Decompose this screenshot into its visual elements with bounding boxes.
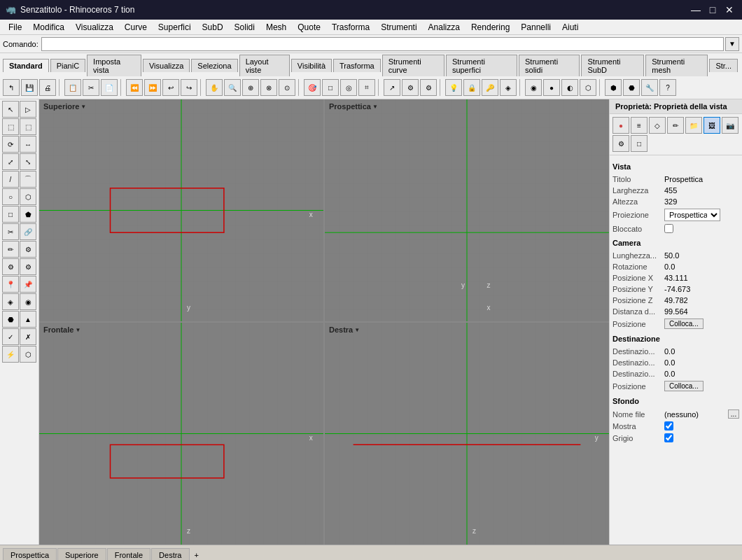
tab-item-7[interactable]: Trasforma (333, 59, 381, 72)
toolbar-btn-19[interactable]: ↗ (384, 79, 400, 96)
toolbar-btn-5[interactable]: 📄 (101, 79, 118, 96)
prop-dropdown-proiezione[interactable]: Prospettica (664, 209, 720, 221)
toolbar-btn-13[interactable]: ⊗ (260, 79, 277, 96)
menu-item-pannelli[interactable]: Pannelli (515, 20, 556, 35)
left-tool-btn-14-1[interactable]: ⬡ (20, 346, 36, 363)
left-tool-btn-6-1[interactable]: ⬟ (20, 206, 36, 223)
menu-item-mesh[interactable]: Mesh (260, 20, 292, 35)
viewport-frontale[interactable]: Frontale x z (39, 323, 323, 545)
toolbar-btn-24[interactable]: 🔑 (482, 79, 498, 96)
prop-icon-material[interactable]: ◇ (649, 117, 666, 134)
vp-tab-prospettica[interactable]: Prospettica (3, 548, 57, 560)
toolbar-btn-33[interactable]: ? (659, 79, 676, 96)
toolbar-btn-10[interactable]: ✋ (206, 79, 223, 96)
toolbar-btn-1[interactable]: 💾 (21, 79, 38, 96)
menu-item-trasforma[interactable]: Trasforma (326, 20, 375, 35)
tab-item-4[interactable]: Seleziona (191, 59, 237, 72)
prop-checkbox-mostra[interactable] (664, 421, 673, 430)
toolbar-btn-28[interactable]: ◐ (561, 79, 578, 96)
tab-item-13[interactable]: Str... (709, 59, 738, 72)
prop-icon-camera[interactable]: 🖼 (704, 117, 720, 134)
vp-tab-add[interactable]: + (190, 549, 203, 560)
tab-item-10[interactable]: Strumenti solidi (519, 55, 580, 76)
toolbar-btn-12[interactable]: ⊕ (242, 79, 259, 96)
toolbar-btn-18[interactable]: ⌗ (358, 79, 375, 96)
left-tool-btn-0-0[interactable]: ↖ (2, 101, 19, 118)
toolbar-btn-11[interactable]: 🔍 (224, 79, 241, 96)
viewport-label-frontale[interactable]: Frontale (43, 326, 80, 334)
toolbar-btn-3[interactable]: 📋 (64, 79, 81, 96)
toolbar-btn-25[interactable]: ◈ (500, 79, 517, 96)
menu-item-file[interactable]: File (3, 20, 27, 35)
left-tool-btn-10-0[interactable]: 📍 (2, 276, 19, 293)
tab-item-2[interactable]: Imposta vista (87, 55, 141, 76)
toolbar-btn-6[interactable]: ⏪ (126, 79, 143, 96)
toolbar-btn-17[interactable]: ◎ (340, 79, 357, 96)
left-tool-btn-1-1[interactable]: ⬚ (20, 118, 36, 135)
tab-item-5[interactable]: Layout viste (239, 55, 290, 76)
menu-item-aiuti[interactable]: Aiuti (556, 20, 584, 35)
menu-item-visualizza[interactable]: Visualizza (70, 20, 119, 35)
left-tool-btn-10-1[interactable]: 📌 (20, 276, 36, 293)
menu-item-curve[interactable]: Curve (119, 20, 153, 35)
tab-item-1[interactable]: PianiC (50, 59, 85, 72)
prop-icon-layer[interactable]: ≡ (631, 117, 648, 134)
prop-icon-render[interactable]: ✏ (667, 117, 684, 134)
left-tool-btn-5-1[interactable]: ⬡ (20, 188, 36, 205)
left-tool-btn-0-1[interactable]: ▷ (20, 101, 36, 118)
tab-item-12[interactable]: Strumenti mesh (645, 55, 708, 76)
left-tool-btn-7-0[interactable]: ✂ (2, 223, 19, 240)
left-tool-btn-9-0[interactable]: ⚙ (2, 258, 19, 275)
toolbar-btn-15[interactable]: 🎯 (304, 79, 321, 96)
command-input[interactable] (41, 37, 724, 51)
menu-item-strumenti[interactable]: Strumenti (375, 20, 422, 35)
left-tool-btn-11-1[interactable]: ◉ (20, 293, 36, 310)
left-tool-btn-8-0[interactable]: ✏ (2, 241, 19, 258)
menu-item-modifica[interactable]: Modifica (27, 20, 70, 35)
left-tool-btn-12-0[interactable]: ⬣ (2, 311, 19, 328)
tab-item-8[interactable]: Strumenti curve (382, 55, 444, 76)
prop-button-colloca-dest[interactable]: Colloca... (664, 381, 704, 391)
toolbar-btn-4[interactable]: ✂ (83, 79, 99, 96)
left-tool-btn-2-1[interactable]: ↔ (20, 136, 36, 153)
toolbar-btn-20[interactable]: ⚙ (402, 79, 419, 96)
tab-item-9[interactable]: Strumenti superfici (446, 55, 517, 76)
toolbar-btn-14[interactable]: ⊙ (279, 79, 295, 96)
prop-icon-folder[interactable]: 📁 (685, 117, 702, 134)
prop-checkbox-bloccato[interactable] (664, 224, 673, 233)
menu-item-quote[interactable]: Quote (292, 20, 326, 35)
left-tool-btn-13-1[interactable]: ✗ (20, 328, 36, 345)
toolbar-btn-16[interactable]: □ (322, 79, 339, 96)
vp-tab-superiore[interactable]: Superiore (57, 548, 106, 560)
left-tool-btn-14-0[interactable]: ⚡ (2, 346, 19, 363)
prop-button-colloca-camera[interactable]: Colloca... (664, 318, 704, 329)
tab-item-6[interactable]: Visibilità (291, 59, 332, 72)
menu-item-superfici[interactable]: Superfici (153, 20, 197, 35)
toolbar-btn-2[interactable]: 🖨 (39, 79, 56, 96)
toolbar-btn-29[interactable]: ⬡ (580, 79, 596, 96)
left-tool-btn-11-0[interactable]: ◈ (2, 293, 19, 310)
toolbar-btn-30[interactable]: ⬢ (605, 79, 622, 96)
left-tool-btn-12-1[interactable]: ▲ (20, 311, 36, 328)
toolbar-btn-0[interactable]: ↰ (3, 79, 20, 96)
maximize-button[interactable]: □ (706, 4, 720, 16)
prop-icon-select-filter[interactable]: ⚙ (612, 135, 629, 152)
toolbar-btn-23[interactable]: 🔒 (463, 79, 480, 96)
viewport-label-superiore[interactable]: Superiore (43, 102, 86, 111)
left-tool-btn-3-1[interactable]: ⤡ (20, 153, 36, 170)
left-tool-btn-4-0[interactable]: / (2, 171, 19, 188)
left-tool-btn-4-1[interactable]: ⌒ (20, 171, 36, 188)
toolbar-btn-32[interactable]: 🔧 (641, 79, 658, 96)
vp-tab-frontale[interactable]: Frontale (107, 548, 150, 560)
minimize-button[interactable]: — (689, 4, 703, 16)
toolbar-btn-26[interactable]: ◉ (525, 79, 542, 96)
left-tool-btn-1-0[interactable]: ⬚ (2, 118, 19, 135)
left-tool-btn-13-0[interactable]: ✓ (2, 328, 19, 345)
toolbar-btn-31[interactable]: ⬣ (623, 79, 640, 96)
viewport-label-destra[interactable]: Destra (329, 326, 360, 334)
menu-item-solidi[interactable]: Solidi (229, 20, 260, 35)
viewport-prospettica[interactable]: Prospettica z x y (325, 99, 609, 321)
prop-icon-camera2[interactable]: 📷 (722, 117, 738, 134)
tab-item-3[interactable]: Visualizza (143, 59, 190, 72)
left-tool-btn-9-1[interactable]: ⚙ (20, 258, 36, 275)
